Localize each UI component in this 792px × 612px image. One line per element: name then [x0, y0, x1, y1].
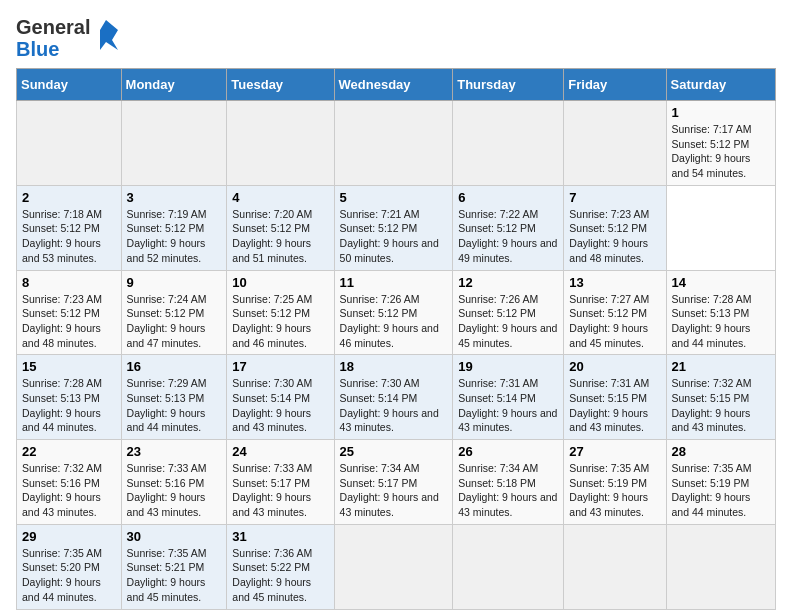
sunset: Sunset: 5:19 PM: [672, 477, 750, 489]
calendar-cell: 3 Sunrise: 7:19 AM Sunset: 5:12 PM Dayli…: [121, 185, 227, 270]
daylight: Daylight: 9 hours and 46 minutes.: [340, 322, 439, 349]
calendar-cell: 24 Sunrise: 7:33 AM Sunset: 5:17 PM Dayl…: [227, 440, 334, 525]
day-info: Sunrise: 7:28 AM Sunset: 5:13 PM Dayligh…: [22, 376, 116, 435]
calendar-cell: 10 Sunrise: 7:25 AM Sunset: 5:12 PM Dayl…: [227, 270, 334, 355]
calendar-cell: 23 Sunrise: 7:33 AM Sunset: 5:16 PM Dayl…: [121, 440, 227, 525]
sunset: Sunset: 5:16 PM: [22, 477, 100, 489]
daylight: Daylight: 9 hours and 43 minutes.: [232, 491, 311, 518]
sunrise: Sunrise: 7:28 AM: [22, 377, 102, 389]
day-number: 24: [232, 444, 328, 459]
day-number: 14: [672, 275, 770, 290]
daylight: Daylight: 9 hours and 43 minutes.: [340, 491, 439, 518]
day-info: Sunrise: 7:29 AM Sunset: 5:13 PM Dayligh…: [127, 376, 222, 435]
day-info: Sunrise: 7:19 AM Sunset: 5:12 PM Dayligh…: [127, 207, 222, 266]
daylight: Daylight: 9 hours and 49 minutes.: [458, 237, 557, 264]
sunrise: Sunrise: 7:34 AM: [340, 462, 420, 474]
sunrise: Sunrise: 7:35 AM: [672, 462, 752, 474]
calendar-table: SundayMondayTuesdayWednesdayThursdayFrid…: [16, 68, 776, 610]
day-info: Sunrise: 7:22 AM Sunset: 5:12 PM Dayligh…: [458, 207, 558, 266]
sunrise: Sunrise: 7:23 AM: [569, 208, 649, 220]
calendar-cell: [121, 101, 227, 186]
calendar-cell: 9 Sunrise: 7:24 AM Sunset: 5:12 PM Dayli…: [121, 270, 227, 355]
sunset: Sunset: 5:12 PM: [22, 307, 100, 319]
daylight: Daylight: 9 hours and 46 minutes.: [232, 322, 311, 349]
daylight: Daylight: 9 hours and 43 minutes.: [22, 491, 101, 518]
calendar-cell: 20 Sunrise: 7:31 AM Sunset: 5:15 PM Dayl…: [564, 355, 666, 440]
calendar-cell: 6 Sunrise: 7:22 AM Sunset: 5:12 PM Dayli…: [453, 185, 564, 270]
day-info: Sunrise: 7:28 AM Sunset: 5:13 PM Dayligh…: [672, 292, 770, 351]
sunrise: Sunrise: 7:35 AM: [569, 462, 649, 474]
sunset: Sunset: 5:12 PM: [127, 222, 205, 234]
sunrise: Sunrise: 7:31 AM: [569, 377, 649, 389]
day-info: Sunrise: 7:30 AM Sunset: 5:14 PM Dayligh…: [232, 376, 328, 435]
sunset: Sunset: 5:12 PM: [232, 307, 310, 319]
calendar-cell: 17 Sunrise: 7:30 AM Sunset: 5:14 PM Dayl…: [227, 355, 334, 440]
daylight: Daylight: 9 hours and 45 minutes.: [569, 322, 648, 349]
day-info: Sunrise: 7:21 AM Sunset: 5:12 PM Dayligh…: [340, 207, 448, 266]
header-saturday: Saturday: [666, 69, 775, 101]
day-number: 13: [569, 275, 660, 290]
day-info: Sunrise: 7:18 AM Sunset: 5:12 PM Dayligh…: [22, 207, 116, 266]
calendar-cell: [334, 101, 453, 186]
calendar-cell: 8 Sunrise: 7:23 AM Sunset: 5:12 PM Dayli…: [17, 270, 122, 355]
logo: General Blue: [16, 16, 118, 60]
day-number: 4: [232, 190, 328, 205]
day-number: 9: [127, 275, 222, 290]
day-info: Sunrise: 7:17 AM Sunset: 5:12 PM Dayligh…: [672, 122, 770, 181]
sunset: Sunset: 5:12 PM: [340, 307, 418, 319]
sunset: Sunset: 5:12 PM: [232, 222, 310, 234]
day-number: 30: [127, 529, 222, 544]
week-row-5: 29 Sunrise: 7:35 AM Sunset: 5:20 PM Dayl…: [17, 524, 776, 609]
logo-wordmark: General Blue: [16, 16, 90, 60]
sunrise: Sunrise: 7:32 AM: [672, 377, 752, 389]
sunset: Sunset: 5:12 PM: [340, 222, 418, 234]
header-tuesday: Tuesday: [227, 69, 334, 101]
day-number: 16: [127, 359, 222, 374]
day-number: 29: [22, 529, 116, 544]
daylight: Daylight: 9 hours and 44 minutes.: [22, 576, 101, 603]
calendar-cell: 28 Sunrise: 7:35 AM Sunset: 5:19 PM Dayl…: [666, 440, 775, 525]
sunset: Sunset: 5:12 PM: [569, 307, 647, 319]
calendar-cell: 25 Sunrise: 7:34 AM Sunset: 5:17 PM Dayl…: [334, 440, 453, 525]
calendar-cell: 18 Sunrise: 7:30 AM Sunset: 5:14 PM Dayl…: [334, 355, 453, 440]
sunset: Sunset: 5:14 PM: [458, 392, 536, 404]
day-info: Sunrise: 7:25 AM Sunset: 5:12 PM Dayligh…: [232, 292, 328, 351]
sunrise: Sunrise: 7:30 AM: [232, 377, 312, 389]
day-number: 22: [22, 444, 116, 459]
daylight: Daylight: 9 hours and 44 minutes.: [127, 407, 206, 434]
day-number: 12: [458, 275, 558, 290]
sunrise: Sunrise: 7:28 AM: [672, 293, 752, 305]
calendar-cell: 15 Sunrise: 7:28 AM Sunset: 5:13 PM Dayl…: [17, 355, 122, 440]
day-number: 18: [340, 359, 448, 374]
day-info: Sunrise: 7:24 AM Sunset: 5:12 PM Dayligh…: [127, 292, 222, 351]
calendar-cell: 31 Sunrise: 7:36 AM Sunset: 5:22 PM Dayl…: [227, 524, 334, 609]
daylight: Daylight: 9 hours and 43 minutes.: [458, 491, 557, 518]
day-info: Sunrise: 7:27 AM Sunset: 5:12 PM Dayligh…: [569, 292, 660, 351]
day-info: Sunrise: 7:36 AM Sunset: 5:22 PM Dayligh…: [232, 546, 328, 605]
calendar-cell: [17, 101, 122, 186]
logo-icon: [94, 20, 118, 56]
sunrise: Sunrise: 7:24 AM: [127, 293, 207, 305]
day-info: Sunrise: 7:35 AM Sunset: 5:20 PM Dayligh…: [22, 546, 116, 605]
sunrise: Sunrise: 7:20 AM: [232, 208, 312, 220]
day-number: 20: [569, 359, 660, 374]
sunset: Sunset: 5:21 PM: [127, 561, 205, 573]
header-sunday: Sunday: [17, 69, 122, 101]
day-info: Sunrise: 7:23 AM Sunset: 5:12 PM Dayligh…: [22, 292, 116, 351]
sunrise: Sunrise: 7:29 AM: [127, 377, 207, 389]
daylight: Daylight: 9 hours and 50 minutes.: [340, 237, 439, 264]
day-number: 26: [458, 444, 558, 459]
calendar-cell: 29 Sunrise: 7:35 AM Sunset: 5:20 PM Dayl…: [17, 524, 122, 609]
sunset: Sunset: 5:20 PM: [22, 561, 100, 573]
calendar-cell: [453, 101, 564, 186]
daylight: Daylight: 9 hours and 43 minutes.: [458, 407, 557, 434]
day-info: Sunrise: 7:35 AM Sunset: 5:19 PM Dayligh…: [569, 461, 660, 520]
calendar-cell: 5 Sunrise: 7:21 AM Sunset: 5:12 PM Dayli…: [334, 185, 453, 270]
week-row-2: 8 Sunrise: 7:23 AM Sunset: 5:12 PM Dayli…: [17, 270, 776, 355]
day-number: 27: [569, 444, 660, 459]
sunrise: Sunrise: 7:30 AM: [340, 377, 420, 389]
sunrise: Sunrise: 7:33 AM: [127, 462, 207, 474]
day-info: Sunrise: 7:35 AM Sunset: 5:21 PM Dayligh…: [127, 546, 222, 605]
sunrise: Sunrise: 7:33 AM: [232, 462, 312, 474]
day-number: 19: [458, 359, 558, 374]
